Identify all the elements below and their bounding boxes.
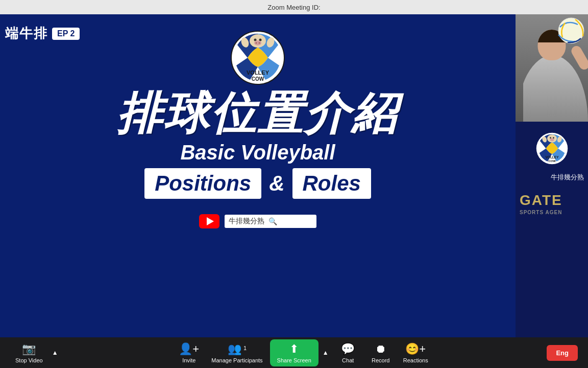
toolbar-right-group: Eng [547, 345, 578, 361]
manage-participants-button[interactable]: 👥 1 Manage Participants [206, 340, 267, 365]
share-screen-icon: ⬆ [289, 342, 299, 356]
slide-content: 端牛排 EP 2 VOLLEY COW [0, 14, 516, 337]
chat-button[interactable]: 💬 Chat [333, 340, 363, 365]
sports-agency-text: SPORTS AGEN [520, 210, 584, 215]
chat-label: Chat [342, 357, 354, 363]
person-panel [516, 14, 588, 122]
share-screen-button[interactable]: ⬆ Share Screen [270, 339, 318, 366]
chat-icon: 💬 [341, 342, 355, 356]
svg-point-20 [550, 138, 554, 141]
logo-container: VOLLEY COW [230, 30, 286, 86]
volley-cow-logo: VOLLEY COW [230, 30, 286, 86]
reactions-button[interactable]: 😊+ Reactions [398, 340, 433, 365]
positions-row: Positions & Roles [144, 168, 371, 199]
right-sidebar: VOLLEY COW 牛排幾分熟 GATE SPORTS AGEN [516, 14, 588, 337]
manage-participants-label: Manage Participants [211, 357, 262, 363]
end-button[interactable]: Eng [547, 345, 578, 361]
record-label: Record [372, 357, 389, 363]
svg-text:COW: COW [548, 159, 556, 163]
title-bar: Zoom Meeting ID: [0, 0, 588, 14]
volleyball-sidebar [557, 17, 585, 45]
toolbar-left-group: 📷 Stop Video ▲ [10, 340, 60, 365]
participants-header: 👥 1 [228, 342, 247, 356]
stop-video-label: Stop Video [15, 357, 43, 363]
share-screen-label: Share Screen [277, 357, 311, 363]
participant-count: 1 [243, 345, 247, 351]
main-title: 排球位置介紹 [117, 91, 399, 136]
reactions-icon: 😊+ [405, 342, 426, 356]
sidebar-chinese-text: 牛排幾分熟 [516, 170, 588, 185]
positions-box: Positions [144, 168, 261, 199]
youtube-icon [199, 214, 219, 228]
toolbar-center-group: 👤+ Invite 👥 1 Manage Participants ⬆ Shar… [60, 339, 547, 366]
invite-button[interactable]: 👤+ Invite [174, 340, 204, 365]
svg-point-10 [259, 42, 260, 44]
share-chevron[interactable]: ▲ [321, 347, 331, 358]
invite-label: Invite [182, 357, 195, 363]
search-icon: 🔍 [268, 217, 277, 225]
record-icon: ⏺ [375, 342, 386, 356]
sidebar-volley-cow-logo: VOLLEY COW [535, 132, 569, 165]
top-left-badge: 端牛排 EP 2 [5, 25, 80, 42]
search-bar-text: 牛排幾分熟 [229, 217, 264, 226]
ep-badge: EP 2 [52, 28, 80, 40]
svg-text:VOLLEY: VOLLEY [545, 155, 559, 159]
video-icon: 📷 [22, 342, 36, 356]
reactions-label: Reactions [403, 357, 428, 363]
sidebar-top-panel [516, 14, 588, 122]
chinese-left-text: 端牛排 [5, 25, 48, 42]
meeting-id-text: Zoom Meeting ID: [267, 4, 320, 11]
play-triangle [207, 217, 214, 225]
video-chevron[interactable]: ▲ [50, 347, 60, 358]
participants-icon: 👥 [228, 342, 241, 356]
sidebar-middle-panel: VOLLEY COW 牛排幾分熟 GATE SPORTS AGEN [516, 122, 588, 337]
svg-point-9 [256, 42, 257, 44]
invite-icon: 👤+ [179, 342, 199, 356]
youtube-row: 牛排幾分熟 🔍 [199, 214, 316, 228]
svg-text:COW: COW [252, 76, 264, 82]
record-button[interactable]: ⏺ Record [365, 340, 396, 365]
ampersand: & [269, 171, 284, 196]
sidebar-logo-area: VOLLEY COW [516, 122, 588, 170]
stop-video-button[interactable]: 📷 Stop Video [10, 340, 48, 365]
toolbar: 📷 Stop Video ▲ 👤+ Invite 👥 1 Manage Part… [0, 337, 588, 368]
roles-box: Roles [292, 168, 371, 199]
svg-point-8 [254, 40, 261, 45]
main-slide-area: 端牛排 EP 2 VOLLEY COW [0, 14, 516, 337]
search-bar[interactable]: 牛排幾分熟 🔍 [225, 215, 316, 228]
gat-text: GATE [520, 192, 562, 208]
svg-text:VOLLEY: VOLLEY [247, 70, 270, 76]
gat-logo-area: GATE SPORTS AGEN [516, 185, 588, 223]
subtitle-line1: Basic Volleyball [180, 141, 335, 164]
